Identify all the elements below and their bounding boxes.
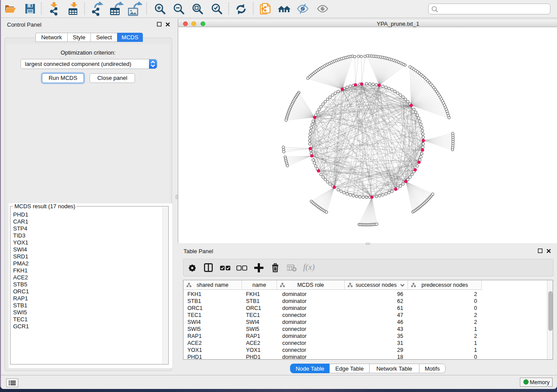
svg-text:f(x): f(x)	[303, 263, 315, 272]
